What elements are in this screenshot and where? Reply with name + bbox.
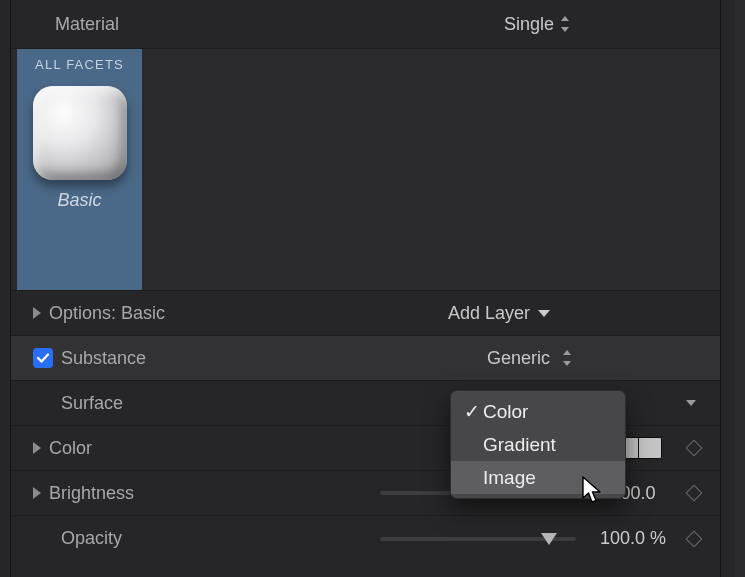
surface-dropdown-menu: ✓ Color Gradient Image <box>450 390 626 499</box>
add-layer-label: Add Layer <box>448 303 530 324</box>
material-header-row: Material Single <box>11 0 720 48</box>
disclosure-triangle-icon[interactable] <box>33 442 41 454</box>
facet-tab-label: ALL FACETS <box>35 49 124 78</box>
menu-item-label: Color <box>483 401 528 423</box>
updown-arrows-icon <box>560 16 570 32</box>
menu-item-label: Gradient <box>483 434 556 456</box>
color-label: Color <box>49 438 92 459</box>
row-substance: Substance Generic <box>11 336 720 381</box>
substance-checkbox[interactable] <box>33 348 53 368</box>
material-label: Material <box>55 14 119 35</box>
row-opacity: Opacity 100.0 % <box>11 516 720 561</box>
substance-selector[interactable]: Generic <box>487 348 572 369</box>
substance-label: Substance <box>61 348 146 369</box>
brightness-label: Brightness <box>49 483 134 504</box>
disclosure-triangle-icon[interactable] <box>33 487 41 499</box>
material-mode-value: Single <box>504 14 554 35</box>
chevron-down-icon[interactable] <box>686 400 696 406</box>
disclosure-triangle-icon[interactable] <box>33 307 41 319</box>
opacity-value[interactable]: 100.0 % <box>590 528 676 549</box>
material-mode-selector[interactable]: Single <box>504 14 570 35</box>
menu-item-gradient[interactable]: Gradient <box>451 428 625 461</box>
facet-tile-selected[interactable]: ALL FACETS Basic <box>17 49 142 290</box>
opacity-slider[interactable] <box>380 528 576 550</box>
updown-arrows-icon <box>562 350 572 366</box>
options-label: Options: Basic <box>49 303 165 324</box>
menu-item-color[interactable]: ✓ Color <box>451 395 625 428</box>
row-options: Options: Basic Add Layer <box>11 291 720 336</box>
keyframe-diamond-icon[interactable] <box>686 530 703 547</box>
substance-value: Generic <box>487 348 550 369</box>
material-preview-thumbnail <box>33 86 127 180</box>
menu-item-image[interactable]: Image <box>451 461 625 494</box>
keyframe-diamond-icon[interactable] <box>686 485 703 502</box>
check-icon: ✓ <box>461 400 483 423</box>
scroll-gutter <box>735 0 745 577</box>
facet-name: Basic <box>57 190 101 211</box>
menu-item-label: Image <box>483 467 536 489</box>
add-layer-button[interactable]: Add Layer <box>448 303 550 324</box>
keyframe-diamond-icon[interactable] <box>686 440 703 457</box>
surface-label: Surface <box>61 393 123 414</box>
chevron-down-icon <box>538 310 550 317</box>
facets-area: ALL FACETS Basic <box>11 48 720 291</box>
opacity-label: Opacity <box>61 528 122 549</box>
